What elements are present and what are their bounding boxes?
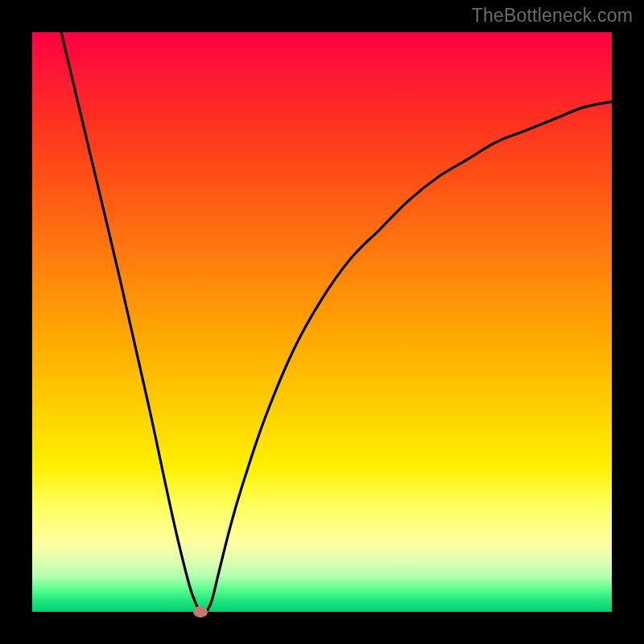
attribution-label: TheBottleneck.com xyxy=(472,5,633,27)
plot-area xyxy=(32,32,612,612)
optimal-point-marker xyxy=(193,606,208,617)
chart-container: TheBottleneck.com xyxy=(0,0,644,644)
bottleneck-curve xyxy=(61,32,612,612)
curve-svg xyxy=(32,32,612,612)
